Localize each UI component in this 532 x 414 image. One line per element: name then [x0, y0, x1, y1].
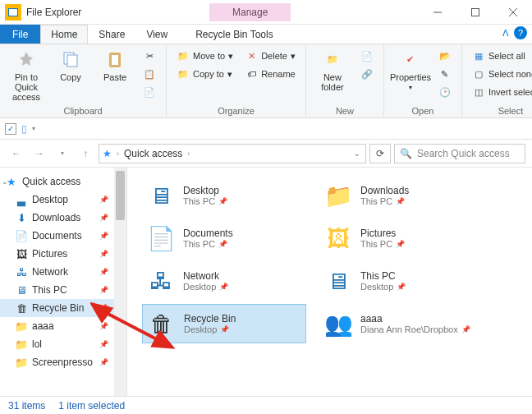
item-downloads[interactable]: 📁DownloadsThis PC📌 [319, 176, 484, 215]
folder-icon: 📁 [15, 356, 28, 369]
tab-share[interactable]: Share [88, 25, 135, 44]
tree-item-screenpresso[interactable]: 📁Screenpresso📌 [0, 353, 126, 371]
copy-button[interactable]: Copy [51, 48, 90, 82]
delete-button[interactable]: ✕Delete ▾ [241, 48, 299, 64]
new-folder-label: New folder [313, 72, 352, 92]
help-icon[interactable]: ? [514, 26, 527, 39]
new-item-button[interactable]: 📄 [357, 48, 377, 64]
item-recycle-bin[interactable]: 🗑Recycle BinDesktop📌 [142, 304, 306, 343]
folder-icon: 👥 [323, 308, 354, 339]
edit-icon: ✎ [438, 67, 452, 80]
tree-item-aaaa[interactable]: 📁aaaa📌 [0, 317, 126, 335]
item-pictures[interactable]: 🖼PicturesThis PC📌 [319, 218, 484, 258]
item-desktop[interactable]: 🖥DesktopThis PC📌 [142, 176, 306, 215]
select-all-button[interactable]: ▦Select all [469, 48, 532, 64]
titlebar: File Explorer Manage [0, 0, 532, 25]
navigation-tree[interactable]: ⌄ ★ Quick access ▃Desktop📌 ⬇Downloads📌 📄… [0, 168, 127, 396]
recycle-bin-icon: 🗑 [146, 308, 177, 339]
collapse-ribbon-button[interactable]: ᐱ [502, 28, 509, 39]
status-bar: 31 items 1 item selected [0, 396, 532, 414]
tree-item-pictures[interactable]: 🖼Pictures📌 [0, 245, 126, 263]
tree-item-downloads[interactable]: ⬇Downloads📌 [0, 209, 126, 227]
tree-item-desktop[interactable]: ▃Desktop📌 [0, 191, 126, 209]
forward-button[interactable]: → [30, 144, 49, 163]
history-button[interactable]: 🕑 [435, 84, 455, 100]
tab-view[interactable]: View [135, 25, 178, 44]
collapse-icon[interactable]: ⌄ [2, 177, 8, 186]
context-tab-label[interactable]: Manage [209, 3, 291, 21]
select-checkbox[interactable]: ✓ [5, 123, 16, 135]
refresh-button[interactable]: ⟳ [369, 144, 391, 163]
paste-shortcut-icon: 📄 [143, 85, 156, 99]
move-to-icon: 📁 [177, 49, 190, 62]
search-box[interactable]: 🔍 Search Quick access [394, 144, 525, 163]
pin-to-quick-access-button[interactable]: Pin to Quick access [7, 48, 46, 102]
ribbon: Pin to Quick access Copy Paste ✂ 📋 📄 Cli… [0, 44, 532, 118]
recent-locations-button[interactable]: ▾ [53, 144, 72, 163]
easy-access-icon: 🔗 [360, 67, 374, 80]
item-network[interactable]: 🖧NetworkDesktop📌 [142, 261, 306, 301]
address-bar[interactable]: ★ › Quick access › ⌄ [99, 144, 366, 163]
up-button[interactable]: ↑ [76, 144, 95, 163]
new-folder-button[interactable]: 📁 New folder [313, 48, 352, 92]
pin-icon: 📌 [99, 286, 108, 294]
tab-home[interactable]: Home [40, 25, 88, 44]
pin-icon: 📌 [99, 232, 108, 240]
copy-path-button[interactable]: 📋 [140, 66, 159, 82]
tree-item-this-pc[interactable]: 🖥This PC📌 [0, 281, 126, 299]
item-this-pc[interactable]: 🖥This PCDesktop📌 [319, 261, 484, 301]
easy-access-button[interactable]: 🔗 [357, 66, 377, 82]
minimize-button[interactable] [419, 0, 456, 25]
close-button[interactable] [494, 0, 532, 25]
pin-icon: 📌 [396, 240, 405, 248]
ribbon-group-organize: 📁Move to ▾ 📁Copy to ▾ ✕Delete ▾ 🏷Rename … [167, 44, 306, 117]
item-aaaa[interactable]: 👥aaaaDiana Ann Roe\Dropbox📌 [319, 304, 484, 343]
back-button[interactable]: ← [7, 144, 26, 163]
delete-icon: ✕ [245, 49, 258, 62]
properties-button[interactable]: ✔ Properties ▾ [391, 48, 430, 91]
paste-shortcut-button[interactable]: 📄 [140, 84, 159, 100]
copy-to-button[interactable]: 📁Copy to ▾ [173, 66, 236, 82]
move-to-button[interactable]: 📁Move to ▾ [173, 48, 236, 64]
network-icon: 🖧 [145, 265, 177, 297]
group-label-clipboard: Clipboard [7, 104, 159, 116]
tree-top-label: Quick access [22, 176, 80, 187]
svg-rect-7 [112, 55, 118, 65]
tree-item-recycle-bin[interactable]: 🗑Recycle Bin📌 [0, 299, 126, 317]
cut-button[interactable]: ✂ [140, 48, 159, 64]
invert-selection-button[interactable]: ◫Invert selection [469, 84, 532, 100]
tree-item-lol[interactable]: 📁lol📌 [0, 335, 126, 353]
tab-file[interactable]: File [0, 25, 40, 44]
scrollbar-thumb[interactable] [116, 171, 125, 220]
invert-selection-icon: ◫ [472, 85, 485, 99]
search-placeholder: Search Quick access [417, 148, 510, 159]
new-folder-icon: 📁 [321, 48, 344, 71]
tree-quick-access[interactable]: ⌄ ★ Quick access [0, 172, 126, 191]
open-button[interactable]: 📂 [435, 48, 455, 64]
ribbon-tabs: File Home Share View Recycle Bin Tools ᐱ… [0, 25, 532, 44]
tree-scrollbar[interactable] [114, 168, 126, 396]
rename-button[interactable]: 🏷Rename [241, 66, 299, 82]
pictures-icon: 🖼 [15, 247, 28, 260]
item-documents[interactable]: 📄DocumentsThis PC📌 [142, 218, 306, 258]
tree-item-documents[interactable]: 📄Documents📌 [0, 227, 126, 245]
edit-button[interactable]: ✎ [435, 66, 455, 82]
tab-recycle-bin-tools[interactable]: Recycle Bin Tools [185, 25, 284, 44]
rename-icon: 🏷 [245, 67, 258, 80]
select-none-button[interactable]: ▢Select none [469, 66, 532, 82]
pin-icon: 📌 [99, 358, 108, 366]
view-icon[interactable]: ▯ [21, 123, 27, 135]
new-item-icon: 📄 [360, 49, 374, 62]
paste-button[interactable]: Paste [95, 48, 135, 82]
downloads-icon: 📁 [323, 180, 354, 211]
pc-icon: 🖥 [15, 283, 28, 297]
paste-icon [103, 48, 126, 71]
context-title: Manage [81, 3, 419, 21]
address-dropdown-icon[interactable]: ⌄ [354, 150, 360, 158]
content-pane[interactable]: 🖥DesktopThis PC📌 📁DownloadsThis PC📌 📄Doc… [127, 168, 532, 396]
window-title: File Explorer [26, 7, 81, 18]
tree-item-network[interactable]: 🖧Network📌 [0, 263, 126, 281]
cut-icon: ✂ [143, 49, 156, 62]
maximize-button[interactable] [456, 0, 494, 25]
pin-icon: 📌 [99, 250, 108, 258]
